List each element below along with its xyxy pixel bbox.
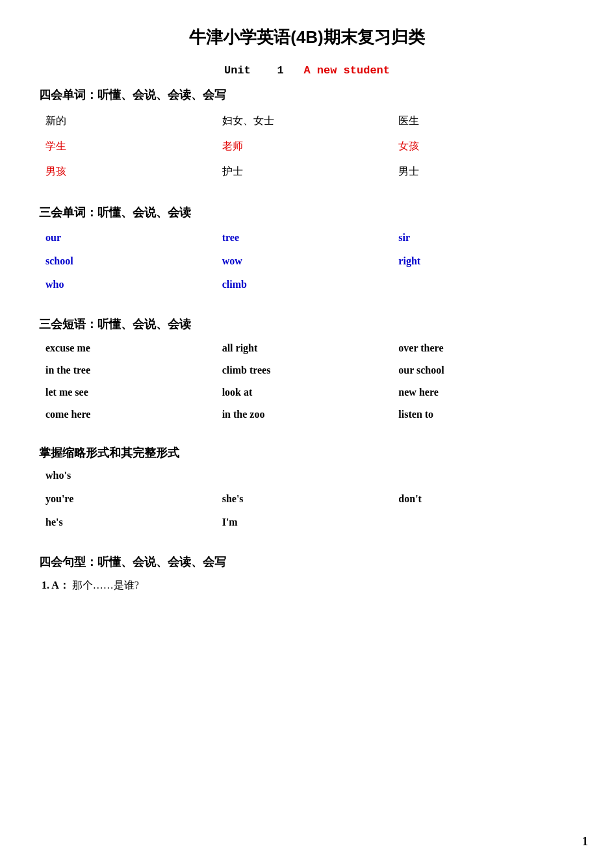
unit-header: Unit 1 A new student <box>39 64 575 77</box>
four-skills-heading: 四会单词：听懂、会说、会读、会写 <box>39 87 575 103</box>
phrase-climb-trees: climb trees <box>222 363 399 377</box>
phrase-let-me-see: let me see <box>45 385 222 400</box>
unit-label: Unit <box>224 64 251 77</box>
four-skills-vocab-grid: 新的 妇女、女士 医生 学生 老师 女孩 男孩 护士 男士 <box>45 112 575 181</box>
vocab-item: 新的 <box>45 112 222 131</box>
contractions-row-2: you're she's don't <box>45 493 575 505</box>
phrase-come-here: come here <box>45 407 222 422</box>
vocab-item-teacher: 老师 <box>222 137 399 156</box>
sentence-label-1: A： <box>51 580 70 591</box>
sentence-1: 1. A： 那个……是谁? <box>42 579 575 593</box>
vocab-item-student: 学生 <box>45 137 222 156</box>
word-empty <box>398 276 575 293</box>
contraction-hes: he's <box>45 517 222 528</box>
contraction-youre: you're <box>45 493 222 505</box>
contractions-heading: 掌握缩略形式和其完整形式 <box>39 445 575 461</box>
page-title: 牛津小学英语(4B)期末复习归类 <box>39 26 575 49</box>
phrase-new-here: new here <box>398 385 575 400</box>
sentence-text-1: 那个……是谁? <box>72 580 139 591</box>
word-our: our <box>45 229 222 246</box>
vocab-item: 妇女、女士 <box>222 112 399 131</box>
vocab-item: 医生 <box>398 112 575 131</box>
word-right: right <box>398 253 575 270</box>
phrase-listen-to: listen to <box>398 407 575 422</box>
phrases-grid: excuse me all right over there in the tr… <box>45 341 575 422</box>
contraction-shes: she's <box>222 493 399 505</box>
contraction-empty-2 <box>398 470 575 481</box>
contraction-dont: don't <box>398 493 575 505</box>
word-sir: sir <box>398 229 575 246</box>
contractions-row-1: who's <box>45 470 575 481</box>
vocab-item-nurse: 护士 <box>222 162 399 181</box>
contractions-row-3: he's I'm <box>45 517 575 528</box>
sentence-num-1: 1. <box>42 580 51 591</box>
unit-number: 1 <box>277 64 284 77</box>
phrase-excuse-me: excuse me <box>45 341 222 355</box>
vocab-item-man: 男士 <box>398 162 575 181</box>
vocab-item-boy: 男孩 <box>45 162 222 181</box>
contractions-section: who's you're she's don't he's I'm <box>39 470 575 528</box>
four-skills-sentences-heading: 四会句型：听懂、会说、会读、会写 <box>39 554 575 570</box>
three-skills-words-heading: 三会单词：听懂、会说、会读 <box>39 205 575 220</box>
contraction-empty-3 <box>398 517 575 528</box>
phrase-all-right: all right <box>222 341 399 355</box>
phrase-look-at: look at <box>222 385 399 400</box>
unit-title: A new student <box>303 64 390 77</box>
contraction-empty-1 <box>222 470 399 481</box>
phrase-in-the-tree: in the tree <box>45 363 222 377</box>
word-wow: wow <box>222 253 399 270</box>
three-skills-phrases-heading: 三会短语：听懂、会说、会读 <box>39 316 575 332</box>
phrase-in-the-zoo: in the zoo <box>222 407 399 422</box>
word-tree: tree <box>222 229 399 246</box>
word-who: who <box>45 276 222 293</box>
word-school: school <box>45 253 222 270</box>
contraction-im: I'm <box>222 517 399 528</box>
contraction-whos: who's <box>45 470 222 481</box>
vocab-item-girl: 女孩 <box>398 137 575 156</box>
sentence-section: 1. A： 那个……是谁? <box>39 579 575 593</box>
three-skills-words-grid: our tree sir school wow right who climb <box>45 229 575 293</box>
phrase-over-there: over there <box>398 341 575 355</box>
page-number: 1 <box>582 835 588 849</box>
phrase-our-school: our school <box>398 363 575 377</box>
word-climb: climb <box>222 276 399 293</box>
